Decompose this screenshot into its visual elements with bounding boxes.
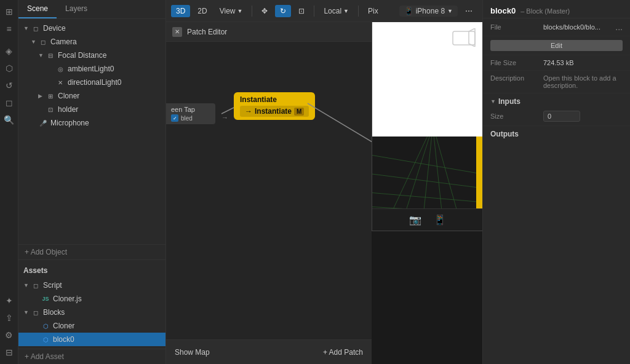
size-input[interactable]	[543, 111, 580, 122]
add-object-button[interactable]: + Add Object	[18, 244, 165, 259]
add-patch-button[interactable]: + Add Patch	[323, 348, 363, 357]
add-asset-button[interactable]: + Add Asset	[18, 349, 165, 364]
device-label: Device	[43, 24, 66, 33]
toolbar-sep-2	[314, 6, 314, 17]
iphone-preview: 📷 📱	[372, 22, 482, 231]
view-3d-button[interactable]: 3D	[171, 5, 190, 17]
grid-icon[interactable]: ⊟	[2, 346, 16, 359]
view-button[interactable]: View ▼	[215, 5, 248, 17]
instantiate-node[interactable]: Instantiate → Instantiate M	[234, 92, 315, 120]
blocks-folder-icon: ◻	[31, 307, 41, 317]
tab-scene[interactable]: Scene	[18, 0, 57, 18]
animate-icon[interactable]: ↺	[2, 79, 16, 92]
clonerjs-label: Cloner.js	[53, 295, 82, 303]
search-icon[interactable]: 🔍	[2, 113, 16, 127]
screen-tap-node[interactable]: een Tap ✓ bled	[166, 103, 215, 124]
more-options-button[interactable]: ⋯	[460, 5, 477, 17]
tree-item-holder[interactable]: ⊡ holder	[18, 103, 165, 116]
tree-item-ambientlight[interactable]: ◎ ambientLight0	[18, 62, 165, 76]
arrow-connector: →	[221, 114, 228, 121]
block0-label: block0	[53, 335, 74, 344]
description-row: Description Open this block to add a des…	[483, 71, 630, 93]
holder-label: holder	[58, 105, 78, 114]
show-map-button[interactable]: Show Map	[175, 348, 210, 357]
block0-icon: ⬡	[41, 334, 50, 344]
camera-outline-svg	[452, 28, 476, 47]
patch-bottom-bar: Show Map + Add Patch	[166, 339, 372, 364]
tree-item-clonerjs[interactable]: JS Cloner.js	[18, 292, 165, 306]
patch-canvas[interactable]: + een Tap ✓ bled → Instantiate → I	[166, 42, 372, 364]
chevron-down-icon: ▼	[447, 8, 453, 14]
device-icon: ◻	[31, 23, 41, 33]
tree-item-blocks[interactable]: ▼ ◻ Blocks	[18, 306, 165, 319]
instantiate-inner-label: Instantiate	[255, 107, 292, 116]
pixels-button[interactable]: Pix	[363, 5, 383, 17]
move-tool-button[interactable]: ✥	[257, 5, 273, 17]
cloner-label: Cloner	[58, 92, 79, 100]
arrow-focal: ▼	[38, 52, 46, 58]
record-icon[interactable]: 📱	[434, 214, 446, 226]
file-more-button[interactable]: ...	[615, 22, 623, 32]
scene-assets-panel: Scene Layers ▼ ◻ Device ▼ ◻ Camera ▼ ⊟ F…	[18, 0, 166, 364]
layers-icon[interactable]: ≡	[2, 22, 16, 36]
tree-item-directionallight[interactable]: ✕ directionalLight0	[18, 76, 165, 89]
arrow-cloner: ▶	[38, 93, 46, 99]
tree-item-cloner[interactable]: ▶ ⊞ Cloner	[18, 89, 165, 103]
screenshot-icon[interactable]: 📷	[409, 214, 421, 226]
assets-header: Assets	[18, 263, 165, 279]
wires-svg	[166, 42, 372, 288]
edit-button[interactable]: Edit	[490, 40, 623, 51]
instantiate-inner: → Instantiate M	[240, 106, 309, 117]
settings-icon[interactable]: ⚙	[2, 328, 16, 342]
focal-label: Focal Distance	[58, 51, 106, 60]
effects-icon[interactable]: ✦	[2, 294, 16, 307]
description-label: Description	[490, 74, 540, 82]
local-button[interactable]: Local ▼	[319, 5, 354, 17]
patch-editor-title: Patch Editor	[187, 28, 227, 36]
tree-item-microphone[interactable]: 🎤 Microphone	[18, 116, 165, 130]
assets-icon[interactable]: ◈	[2, 44, 16, 58]
scene-icon[interactable]: ⊞	[2, 5, 16, 18]
right-panel-header: block0 – Block (Master)	[483, 0, 630, 18]
viewport: 📷 📱 ✕ Patch Editor + een Tap ✓ bl	[166, 22, 482, 364]
iphone-icon: 📱	[404, 7, 413, 15]
tree-item-focal[interactable]: ▼ ⊟ Focal Distance	[18, 49, 165, 62]
iphone-white-area	[372, 22, 482, 136]
inspector-icon[interactable]: ◻	[2, 96, 16, 109]
right-panel: block0 – Block (Master) File blocks/bloc…	[482, 0, 630, 364]
view-2d-button[interactable]: 2D	[193, 5, 212, 17]
arrow-camera: ▼	[31, 39, 38, 45]
tree-item-camera[interactable]: ▼ ◻ Camera	[18, 35, 165, 49]
size-label: Size	[490, 113, 540, 120]
enabled-checkbox[interactable]: ✓	[171, 114, 178, 122]
viewport-bottom-icons: 📷 📱	[372, 208, 482, 231]
patch-icon[interactable]: ⬡	[2, 61, 16, 75]
focal-icon: ⊟	[46, 50, 55, 60]
camera-icon: ◻	[38, 37, 48, 47]
enabled-label: bled	[181, 115, 193, 122]
outputs-section-header: Outputs	[483, 126, 630, 140]
inputs-section-header: ▼ Inputs	[483, 93, 630, 107]
scale-tool-button[interactable]: ⊡	[293, 5, 309, 17]
instantiate-label: Instantiate	[240, 95, 309, 104]
ambientlight-label: ambientLight0	[68, 65, 114, 73]
tree-item-script[interactable]: ▼ ◻ Script	[18, 279, 165, 292]
upload-icon[interactable]: ⇪	[2, 311, 16, 325]
edit-button-row: Edit	[483, 36, 630, 55]
svg-rect-0	[453, 31, 475, 45]
tree-item-block0[interactable]: ⬡ block0	[18, 333, 165, 346]
arrow-device: ▼	[23, 25, 31, 31]
main-area: 3D 2D View ▼ ✥ ↻ ⊡ Local ▼ Pix 📱 iPhone …	[166, 0, 482, 364]
scene-tree: ▼ ◻ Device ▼ ◻ Camera ▼ ⊟ Focal Distance…	[18, 19, 165, 244]
tree-item-device[interactable]: ▼ ◻ Device	[18, 22, 165, 35]
toolbar: 3D 2D View ▼ ✥ ↻ ⊡ Local ▼ Pix 📱 iPhone …	[166, 0, 482, 22]
holder-icon: ⊡	[46, 105, 55, 114]
blocks-label: Blocks	[43, 308, 65, 317]
camera-label: Camera	[50, 38, 77, 46]
svg-line-4	[372, 193, 482, 202]
rotate-tool-button[interactable]: ↻	[275, 5, 291, 17]
device-selector[interactable]: 📱 iPhone 8 ▼	[399, 6, 458, 17]
patch-close-button[interactable]: ✕	[172, 27, 182, 37]
tab-layers[interactable]: Layers	[57, 0, 96, 18]
tree-item-cloner-asset[interactable]: ⬡ Cloner	[18, 319, 165, 333]
